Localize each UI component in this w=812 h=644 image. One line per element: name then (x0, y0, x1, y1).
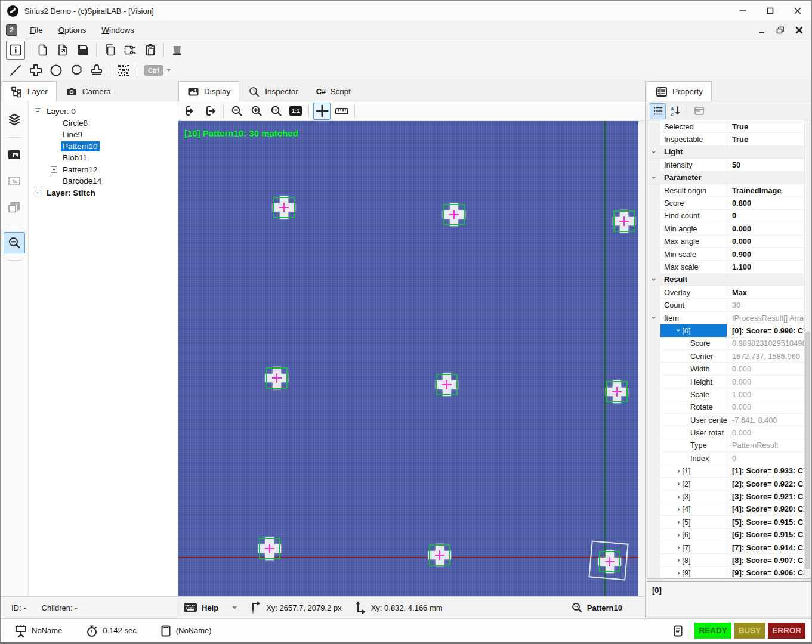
new-button[interactable] (33, 41, 52, 60)
property-row[interactable]: ›[9][9]: Score= 0.906: CX (647, 567, 811, 579)
property-name[interactable]: Rotate (660, 401, 727, 413)
tree-item-label[interactable]: Pattern10 (61, 141, 100, 151)
scrollbar-thumb[interactable] (805, 331, 810, 569)
chevron-right-icon[interactable]: › (677, 494, 680, 500)
property-value[interactable]: 0.000 (727, 236, 811, 247)
tab-display[interactable]: Display (178, 81, 239, 101)
info-button[interactable] (6, 41, 25, 60)
stacked-documents-button[interactable] (4, 197, 25, 218)
property-name[interactable]: Result (660, 274, 727, 286)
blob-shape-button[interactable] (67, 61, 86, 80)
mdi-minimize-button[interactable] (759, 27, 765, 33)
delete-button[interactable] (168, 41, 187, 60)
property-row[interactable]: ›[6][6]: Score= 0.915: CX (647, 529, 811, 541)
property-value[interactable]: [5]: Score= 0.915: CX (727, 516, 811, 528)
zoom-out-button[interactable] (228, 103, 245, 120)
chevron-right-icon[interactable]: › (677, 481, 680, 487)
pattern-match-marker[interactable] (425, 541, 454, 569)
property-value[interactable]: IProcessResult[] Arra (727, 312, 811, 324)
property-value[interactable]: 0.9898231029510498 (727, 338, 811, 349)
property-name[interactable]: Index (660, 452, 727, 464)
property-name[interactable]: Find count (660, 210, 727, 222)
chevron-down-icon[interactable]: › (651, 151, 657, 153)
property-value[interactable]: 50 (727, 159, 811, 171)
property-name[interactable]: User cente (660, 414, 727, 426)
property-name[interactable]: ›[1] (660, 465, 727, 477)
property-value[interactable]: 0.900 (727, 249, 811, 260)
stamp-button[interactable] (87, 61, 106, 80)
property-row[interactable]: Score0.800 (647, 197, 811, 209)
circle-shape-button[interactable] (47, 61, 66, 80)
tree-item[interactable]: +Layer: Stitch (33, 187, 174, 199)
property-row[interactable]: Min angle0.000 (647, 222, 811, 235)
property-name[interactable]: Score (660, 338, 727, 349)
property-row[interactable]: InspectableTrue (647, 133, 811, 145)
chevron-down-icon[interactable]: › (651, 317, 657, 319)
tree-item-label[interactable]: Blob11 (61, 153, 89, 163)
collapse-box-icon[interactable]: − (35, 108, 41, 114)
display-image-button[interactable] (4, 144, 25, 166)
property-value[interactable]: 0.000 (727, 363, 811, 374)
property-value[interactable]: -7.641, 8.400 (727, 414, 811, 426)
tree-item[interactable]: Blob11 (33, 152, 174, 164)
pattern-match-marker[interactable] (440, 200, 468, 229)
property-name[interactable]: Result origin (660, 184, 727, 196)
property-value[interactable]: 1672.737, 1586.960 (727, 351, 811, 362)
property-value[interactable]: 0.800 (727, 197, 811, 209)
tree-item-label[interactable]: Layer: Stitch (45, 188, 97, 198)
property-row[interactable]: SelectedTrue (647, 120, 811, 133)
alphabetical-sort-button[interactable]: AZ (667, 103, 683, 119)
pattern-match-marker-selected[interactable] (595, 547, 624, 576)
property-category-row[interactable]: ›Light (647, 146, 811, 159)
pattern-match-marker[interactable] (270, 193, 298, 222)
inspect-zoom-button[interactable] (4, 232, 25, 253)
property-value[interactable]: Max (727, 287, 811, 298)
chevron-right-icon[interactable]: › (677, 468, 680, 474)
property-value[interactable]: 1.000 (727, 389, 811, 400)
property-name[interactable]: Count (660, 299, 727, 311)
zoom-fit-button[interactable] (267, 103, 285, 120)
property-category-row[interactable]: ›Result (647, 274, 811, 286)
property-value[interactable]: 0.000 (727, 427, 811, 438)
property-row[interactable]: ›[4][4]: Score= 0.920: CX (647, 503, 811, 516)
paste-button[interactable] (141, 41, 160, 60)
property-row[interactable]: Min scale0.900 (647, 248, 811, 261)
chevron-right-icon[interactable]: › (677, 519, 680, 525)
help-dropdown[interactable]: Help (183, 602, 237, 613)
tree-item-label[interactable]: Pattern12 (61, 165, 100, 175)
tab-property[interactable]: Property (647, 81, 712, 101)
property-row[interactable]: ›[8][8]: Score= 0.907: CX (647, 554, 811, 566)
chevron-right-icon[interactable]: › (677, 557, 680, 563)
ctrl-dropdown[interactable]: Ctrl (144, 65, 171, 76)
menu-item-options[interactable]: Options (51, 23, 94, 38)
property-name[interactable]: ›[7] (660, 541, 727, 553)
layers-button[interactable] (4, 109, 25, 131)
property-value[interactable]: 0.000 (727, 401, 811, 413)
property-name[interactable]: ›[9] (660, 567, 727, 579)
tree-item-label[interactable]: Line9 (61, 129, 84, 140)
pattern-match-marker[interactable] (603, 377, 631, 406)
property-row[interactable]: OverlayMax (647, 286, 811, 299)
property-name[interactable]: User rotat (660, 426, 727, 438)
property-value[interactable]: [6]: Score= 0.915: CX (727, 529, 811, 540)
export-image-button[interactable] (202, 103, 219, 120)
chevron-right-icon[interactable]: › (677, 544, 680, 550)
property-name[interactable]: Intensity (660, 159, 727, 171)
pattern-match-marker[interactable] (610, 207, 638, 236)
property-row[interactable]: Scale1.000 (647, 388, 811, 401)
tree-item-label[interactable]: Layer: 0 (45, 106, 78, 116)
property-row[interactable]: ›ItemIProcessResult[] Arra (647, 312, 811, 324)
property-row[interactable]: ›[2][2]: Score= 0.922: CX (647, 478, 811, 490)
property-value[interactable]: 0 (727, 210, 811, 221)
property-name[interactable]: ›[5] (660, 516, 727, 528)
chevron-right-icon[interactable]: › (677, 506, 680, 512)
mask-region-button[interactable] (4, 171, 25, 192)
ruler-button[interactable] (333, 103, 350, 120)
property-name[interactable]: Light (660, 146, 727, 158)
chevron-down-icon[interactable]: › (675, 329, 681, 332)
property-name[interactable]: Inspectable (660, 133, 727, 145)
property-row[interactable]: ›[7][7]: Score= 0.914: CX (647, 541, 811, 554)
menu-item-file[interactable]: File (22, 23, 51, 38)
tab-camera[interactable]: Camera (57, 81, 120, 101)
property-name[interactable]: Parameter (660, 172, 727, 184)
